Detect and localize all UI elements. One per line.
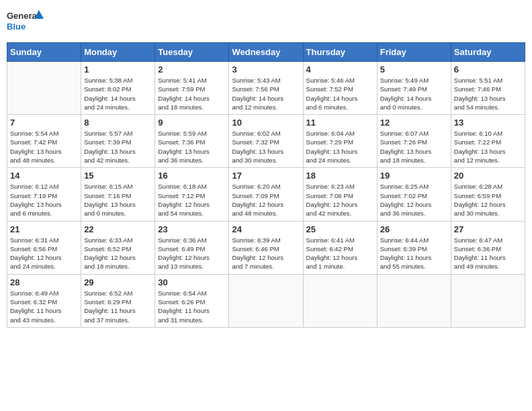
calendar-cell: 16Sunrise: 6:18 AMSunset: 7:12 PMDayligh…	[155, 168, 229, 221]
day-of-week-header: Tuesday	[155, 43, 229, 62]
calendar-week-row: 1Sunrise: 5:38 AMSunset: 8:02 PMDaylight…	[7, 62, 525, 115]
day-number: 2	[158, 64, 226, 75]
calendar-cell: 27Sunrise: 6:47 AMSunset: 6:36 PMDayligh…	[451, 221, 525, 274]
calendar-cell: 11Sunrise: 6:04 AMSunset: 7:29 PMDayligh…	[303, 115, 377, 168]
header: General Blue	[7, 7, 525, 37]
day-number: 13	[454, 118, 522, 128]
svg-text:General: General	[7, 11, 39, 21]
day-info: Sunrise: 5:57 AMSunset: 7:39 PMDaylight:…	[84, 129, 152, 165]
day-of-week-header: Wednesday	[229, 43, 303, 62]
day-number: 12	[380, 118, 448, 128]
day-number: 22	[84, 224, 152, 234]
day-info: Sunrise: 6:04 AMSunset: 7:29 PMDaylight:…	[306, 129, 374, 165]
calendar-cell: 21Sunrise: 6:31 AMSunset: 6:56 PMDayligh…	[7, 221, 81, 274]
day-number: 29	[84, 277, 152, 287]
day-number: 26	[380, 224, 448, 234]
day-info: Sunrise: 6:41 AMSunset: 6:42 PMDaylight:…	[306, 236, 374, 271]
day-number: 19	[380, 171, 448, 181]
day-info: Sunrise: 6:36 AMSunset: 6:49 PMDaylight:…	[158, 236, 226, 271]
day-info: Sunrise: 6:25 AMSunset: 7:02 PMDaylight:…	[380, 182, 448, 218]
day-info: Sunrise: 6:31 AMSunset: 6:56 PMDaylight:…	[10, 236, 78, 271]
calendar-table: SundayMondayTuesdayWednesdayThursdayFrid…	[7, 42, 525, 328]
calendar-cell: 23Sunrise: 6:36 AMSunset: 6:49 PMDayligh…	[155, 221, 229, 274]
day-number: 27	[454, 224, 522, 234]
day-of-week-header: Thursday	[303, 43, 377, 62]
day-info: Sunrise: 6:23 AMSunset: 7:06 PMDaylight:…	[306, 182, 374, 218]
day-info: Sunrise: 5:54 AMSunset: 7:42 PMDaylight:…	[10, 129, 78, 165]
calendar-week-row: 7Sunrise: 5:54 AMSunset: 7:42 PMDaylight…	[7, 115, 525, 168]
day-info: Sunrise: 6:12 AMSunset: 7:19 PMDaylight:…	[10, 182, 78, 218]
calendar-cell: 22Sunrise: 6:33 AMSunset: 6:52 PMDayligh…	[81, 221, 155, 274]
day-number: 23	[158, 224, 226, 234]
calendar-cell: 1Sunrise: 5:38 AMSunset: 8:02 PMDaylight…	[81, 62, 155, 115]
calendar-cell: 18Sunrise: 6:23 AMSunset: 7:06 PMDayligh…	[303, 168, 377, 221]
calendar-cell: 6Sunrise: 5:51 AMSunset: 7:46 PMDaylight…	[451, 62, 525, 115]
calendar-cell	[451, 274, 525, 327]
day-info: Sunrise: 6:15 AMSunset: 7:16 PMDaylight:…	[84, 182, 152, 218]
day-number: 30	[158, 277, 226, 287]
calendar-cell: 10Sunrise: 6:02 AMSunset: 7:32 PMDayligh…	[229, 115, 303, 168]
calendar-cell: 26Sunrise: 6:44 AMSunset: 6:39 PMDayligh…	[377, 221, 451, 274]
day-number: 11	[306, 118, 374, 128]
day-info: Sunrise: 6:02 AMSunset: 7:32 PMDaylight:…	[232, 129, 300, 165]
day-info: Sunrise: 6:49 AMSunset: 6:32 PMDaylight:…	[10, 289, 78, 324]
calendar-cell	[377, 274, 451, 327]
day-number: 9	[158, 118, 226, 128]
day-info: Sunrise: 6:28 AMSunset: 6:59 PMDaylight:…	[454, 182, 522, 218]
day-number: 3	[232, 64, 300, 75]
day-number: 25	[306, 224, 374, 234]
calendar-cell: 7Sunrise: 5:54 AMSunset: 7:42 PMDaylight…	[7, 115, 81, 168]
day-number: 1	[84, 64, 152, 75]
day-info: Sunrise: 5:38 AMSunset: 8:02 PMDaylight:…	[84, 76, 152, 111]
calendar-cell: 15Sunrise: 6:15 AMSunset: 7:16 PMDayligh…	[81, 168, 155, 221]
svg-text:Blue: Blue	[7, 21, 26, 32]
calendar-cell: 25Sunrise: 6:41 AMSunset: 6:42 PMDayligh…	[303, 221, 377, 274]
calendar-cell: 24Sunrise: 6:39 AMSunset: 6:46 PMDayligh…	[229, 221, 303, 274]
calendar-cell: 2Sunrise: 5:41 AMSunset: 7:59 PMDaylight…	[155, 62, 229, 115]
day-info: Sunrise: 6:18 AMSunset: 7:12 PMDaylight:…	[158, 182, 226, 218]
day-number: 5	[380, 64, 448, 75]
day-info: Sunrise: 5:41 AMSunset: 7:59 PMDaylight:…	[158, 76, 226, 111]
day-number: 24	[232, 224, 300, 234]
calendar-cell: 17Sunrise: 6:20 AMSunset: 7:09 PMDayligh…	[229, 168, 303, 221]
day-number: 4	[306, 64, 374, 75]
calendar-header-row: SundayMondayTuesdayWednesdayThursdayFrid…	[7, 43, 525, 62]
calendar-cell: 5Sunrise: 5:49 AMSunset: 7:49 PMDaylight…	[377, 62, 451, 115]
calendar-cell: 30Sunrise: 6:54 AMSunset: 6:26 PMDayligh…	[155, 274, 229, 327]
calendar-cell: 9Sunrise: 5:59 AMSunset: 7:36 PMDaylight…	[155, 115, 229, 168]
day-number: 7	[10, 118, 78, 128]
day-of-week-header: Sunday	[7, 43, 81, 62]
calendar-cell	[229, 274, 303, 327]
day-of-week-header: Saturday	[451, 43, 525, 62]
logo: General Blue	[7, 7, 44, 37]
day-of-week-header: Friday	[377, 43, 451, 62]
day-number: 10	[232, 118, 300, 128]
day-info: Sunrise: 6:39 AMSunset: 6:46 PMDaylight:…	[232, 236, 300, 271]
calendar-week-row: 14Sunrise: 6:12 AMSunset: 7:19 PMDayligh…	[7, 168, 525, 221]
day-number: 16	[158, 171, 226, 181]
day-number: 14	[10, 171, 78, 181]
day-info: Sunrise: 5:49 AMSunset: 7:49 PMDaylight:…	[380, 76, 448, 111]
day-of-week-header: Monday	[81, 43, 155, 62]
calendar-cell: 4Sunrise: 5:46 AMSunset: 7:52 PMDaylight…	[303, 62, 377, 115]
logo-svg: General Blue	[7, 7, 44, 37]
day-info: Sunrise: 5:59 AMSunset: 7:36 PMDaylight:…	[158, 129, 226, 165]
calendar-cell: 13Sunrise: 6:10 AMSunset: 7:22 PMDayligh…	[451, 115, 525, 168]
calendar-cell: 8Sunrise: 5:57 AMSunset: 7:39 PMDaylight…	[81, 115, 155, 168]
calendar-cell	[7, 62, 81, 115]
calendar-cell: 19Sunrise: 6:25 AMSunset: 7:02 PMDayligh…	[377, 168, 451, 221]
calendar-cell: 20Sunrise: 6:28 AMSunset: 6:59 PMDayligh…	[451, 168, 525, 221]
day-info: Sunrise: 5:43 AMSunset: 7:56 PMDaylight:…	[232, 76, 300, 111]
calendar-cell: 29Sunrise: 6:52 AMSunset: 6:29 PMDayligh…	[81, 274, 155, 327]
day-number: 21	[10, 224, 78, 234]
calendar-week-row: 21Sunrise: 6:31 AMSunset: 6:56 PMDayligh…	[7, 221, 525, 274]
day-number: 20	[454, 171, 522, 181]
day-number: 17	[232, 171, 300, 181]
day-info: Sunrise: 6:20 AMSunset: 7:09 PMDaylight:…	[232, 182, 300, 218]
day-info: Sunrise: 5:51 AMSunset: 7:46 PMDaylight:…	[454, 76, 522, 111]
day-number: 18	[306, 171, 374, 181]
day-info: Sunrise: 5:46 AMSunset: 7:52 PMDaylight:…	[306, 76, 374, 111]
calendar-cell: 28Sunrise: 6:49 AMSunset: 6:32 PMDayligh…	[7, 274, 81, 327]
day-info: Sunrise: 6:52 AMSunset: 6:29 PMDaylight:…	[84, 289, 152, 324]
calendar-cell: 14Sunrise: 6:12 AMSunset: 7:19 PMDayligh…	[7, 168, 81, 221]
